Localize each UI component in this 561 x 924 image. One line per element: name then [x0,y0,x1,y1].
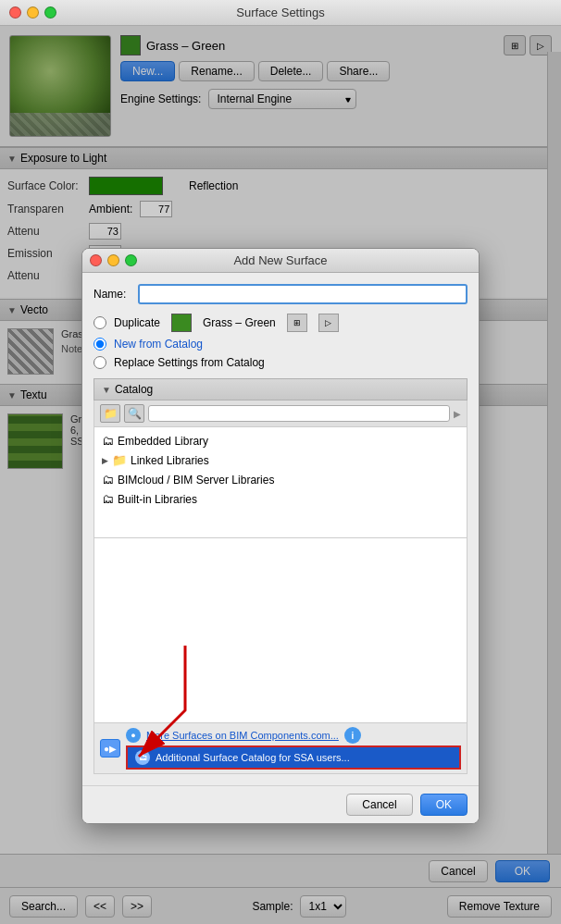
additional-catalog-icon: 🗂 [135,750,150,765]
new-from-catalog-radio[interactable] [94,338,106,351]
embedded-library-item[interactable]: 🗂 Embedded Library [94,431,467,450]
modal-overlay: Add New Surface Name: Duplicate Grass [0,26,561,924]
catalog-links: ● More Surfaces on BIM Components.com...… [126,727,461,770]
catalog-bottom-bar: ●▶ ● More Surfaces on BIM Components.com… [94,723,468,774]
minimize-button[interactable] [27,6,39,18]
modal-min-button[interactable] [107,254,119,266]
catalog-arrow-icon: ▼ [102,385,111,395]
modal-options: Duplicate Grass – Green ⊞ ▷ New from Cat… [94,314,468,369]
catalog-toolbar: 📁 🔍 ▶ [94,400,468,427]
new-from-catalog-label: New from Catalog [114,338,203,351]
window-title: Surface Settings [236,6,324,19]
tree-arrow-linked: ▶ [102,456,108,465]
bimcloud-libraries-label: BIMcloud / BIM Server Libraries [118,474,274,487]
modal-name-input[interactable] [138,284,468,304]
modal-title-bar: Add New Surface [82,249,479,273]
linked-libraries-icon: 📁 [112,453,127,467]
modal-window-controls [90,254,137,266]
modal-dialog: Add New Surface Name: Duplicate Grass [81,248,480,824]
modal-ok-button[interactable]: OK [420,794,468,816]
catalog-folder-icon[interactable]: 📁 [100,404,120,423]
catalog-nav-icon: ●▶ [104,744,117,754]
catalog-tree: 🗂 Embedded Library ▶ 📁 Linked Libraries … [94,427,468,538]
builtin-libraries-item[interactable]: 🗂 Built-in Libraries [94,489,467,509]
catalog-search-icon[interactable]: 🔍 [124,404,144,423]
catalog-section-header: ▼ Catalog [94,378,468,400]
main-content: Grass – Green ⊞ ▷ New... Rename... Delet… [0,26,561,924]
modal-body: Name: Duplicate Grass – Green ⊞ ▷ [82,273,479,785]
additional-catalog-label: Additional Surface Catalog for SSA users… [156,752,350,763]
duplicate-swatch [171,314,192,332]
embedded-library-icon: 🗂 [102,434,114,448]
duplicate-texture-icon: ⊞ [287,314,307,332]
bimcloud-libraries-item[interactable]: 🗂 BIMcloud / BIM Server Libraries [94,470,467,489]
window-controls [9,6,56,18]
catalog-preview [94,538,468,723]
catalog-title: Catalog [115,383,153,396]
new-from-catalog-row: New from Catalog [94,338,468,351]
duplicate-row: Duplicate Grass – Green ⊞ ▷ [94,314,468,332]
maximize-button[interactable] [44,6,56,18]
info-button[interactable]: i [344,727,361,744]
more-surfaces-link[interactable]: More Surfaces on BIM Components.com... [146,730,339,741]
more-surfaces-row: ● More Surfaces on BIM Components.com...… [126,727,461,744]
close-button[interactable] [9,6,21,18]
modal-name-label: Name: [94,288,131,301]
modal-close-button[interactable] [90,254,102,266]
modal-max-button[interactable] [125,254,137,266]
replace-settings-row: Replace Settings from Catalog [94,356,468,369]
builtin-libraries-icon: 🗂 [102,492,114,506]
catalog-nav-button[interactable]: ●▶ [100,739,120,758]
embedded-library-label: Embedded Library [118,435,208,448]
catalog-search-input[interactable] [148,405,450,422]
modal-title: Add New Surface [233,253,327,267]
linked-libraries-item[interactable]: ▶ 📁 Linked Libraries [94,450,467,470]
duplicate-options-icon: ▷ [318,314,339,332]
duplicate-label: Duplicate [114,316,160,329]
catalog-subsection: ▼ Catalog 📁 🔍 ▶ 🗂 Embedded Library [94,378,468,774]
bimcloud-libraries-icon: 🗂 [102,473,114,487]
modal-name-row: Name: [94,284,468,304]
linked-libraries-label: Linked Libraries [131,454,209,467]
catalog-nav-arrow: ▶ [454,409,461,419]
duplicate-radio[interactable] [94,316,106,329]
title-bar: Surface Settings [0,0,561,26]
builtin-libraries-label: Built-in Libraries [118,493,197,506]
duplicate-material-name: Grass – Green [203,316,276,329]
replace-settings-label: Replace Settings from Catalog [114,356,265,369]
modal-footer: Cancel OK [82,785,479,823]
replace-settings-radio[interactable] [94,356,106,369]
modal-cancel-button[interactable]: Cancel [346,794,412,816]
additional-catalog-row[interactable]: 🗂 Additional Surface Catalog for SSA use… [126,745,461,770]
bim-components-icon: ● [126,728,141,743]
